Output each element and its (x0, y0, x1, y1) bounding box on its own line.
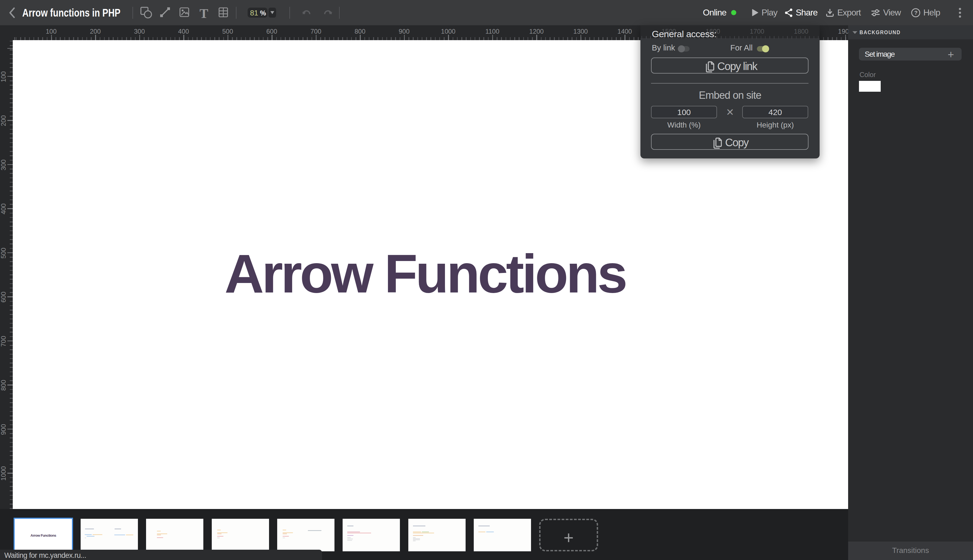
svg-text:?: ? (914, 10, 917, 16)
